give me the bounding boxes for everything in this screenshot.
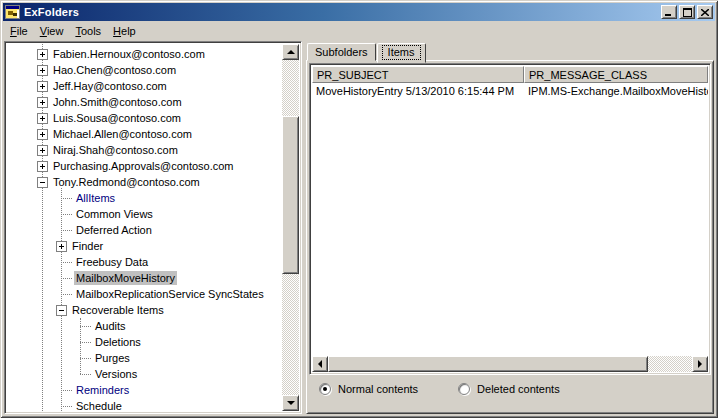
minimize-icon (665, 9, 673, 16)
tree-item-label[interactable]: Purges (93, 351, 132, 365)
scroll-left-button[interactable] (312, 356, 328, 372)
tree-item[interactable]: Deletions (7, 334, 282, 350)
collapse-minus-icon[interactable] (37, 177, 48, 188)
tree-item[interactable]: Jeff.Hay@contoso.com (7, 78, 282, 94)
minimize-button[interactable] (661, 5, 677, 19)
list-row[interactable]: MoveHistoryEntry 5/13/2010 6:15:44 PM IP… (312, 83, 708, 99)
tree-item-label[interactable]: Reminders (74, 383, 131, 397)
menu-tools[interactable]: Tools (69, 23, 107, 39)
arrow-up-icon (287, 46, 295, 54)
tree-item-label[interactable]: Freebusy Data (74, 255, 150, 269)
tree-item[interactable]: MailboxMoveHistory (7, 270, 282, 286)
tree-item-label[interactable]: Michael.Allen@contoso.com (51, 127, 194, 141)
cell-message-class: IPM.MS-Exchange.MailboxMoveHisto (524, 85, 708, 97)
tree-item[interactable]: Hao.Chen@contoso.com (7, 62, 282, 78)
tree-connector (80, 326, 91, 327)
list-horizontal-scrollbar[interactable] (312, 356, 708, 372)
maximize-button[interactable] (679, 5, 695, 19)
tree-item[interactable]: Finder (7, 238, 282, 254)
tree-connector (61, 230, 72, 231)
tree-item-label[interactable]: Luis.Sousa@contoso.com (51, 111, 183, 125)
tree-item[interactable]: Versions (7, 366, 282, 382)
tree-item[interactable]: Freebusy Data (7, 254, 282, 270)
tree-item[interactable]: Recoverable Items (7, 302, 282, 318)
tab-items[interactable]: Items (377, 43, 426, 63)
scroll-right-button[interactable] (692, 356, 708, 372)
tree-item[interactable]: Michael.Allen@contoso.com (7, 126, 282, 142)
expand-plus-icon[interactable] (37, 113, 48, 124)
title-bar[interactable]: ExFolders (3, 3, 715, 21)
tree-item-label[interactable]: John.Smith@contoso.com (51, 95, 184, 109)
exfolders-window: ExFolders File View Tools Help Fabien.He… (0, 0, 718, 418)
expand-plus-icon[interactable] (37, 161, 48, 172)
tree-item-label[interactable]: Tony.Redmond@contoso.com (51, 175, 202, 189)
tree-item[interactable]: MailboxReplicationService SyncStates (7, 286, 282, 302)
menu-file[interactable]: File (4, 23, 34, 39)
tree-item[interactable]: Niraj.Shah@contoso.com (7, 142, 282, 158)
tree-item[interactable]: Tony.Redmond@contoso.com (7, 174, 282, 190)
list-header: PR_SUBJECT PR_MESSAGE_CLASS (312, 66, 708, 83)
tree-item-label[interactable]: Deferred Action (74, 223, 154, 237)
close-button[interactable] (697, 5, 713, 19)
expand-plus-icon[interactable] (56, 241, 67, 252)
tree-item[interactable]: Fabien.Hernoux@contoso.com (7, 46, 282, 62)
collapse-minus-icon[interactable] (56, 305, 67, 316)
tree-item-label[interactable]: Common Views (74, 207, 155, 221)
app-icon (5, 4, 21, 20)
tree-item-label[interactable]: AllItems (74, 191, 117, 205)
tree-item-label[interactable]: Purchasing.Approvals@contoso.com (51, 159, 236, 173)
tree-item[interactable]: Audits (7, 318, 282, 334)
scroll-up-button[interactable] (282, 44, 299, 60)
menu-help[interactable]: Help (107, 23, 142, 39)
tree-item-label[interactable]: Deletions (93, 335, 143, 349)
expand-plus-icon[interactable] (37, 81, 48, 92)
tree-item[interactable]: Luis.Sousa@contoso.com (7, 110, 282, 126)
column-header-pr-subject[interactable]: PR_SUBJECT (312, 66, 524, 83)
tree-item-label[interactable]: Schedule (74, 399, 124, 411)
tree-item[interactable]: AllItems (7, 190, 282, 206)
tree-scrollbar-thumb[interactable] (282, 116, 299, 274)
tree-item-label[interactable]: Jeff.Hay@contoso.com (51, 79, 169, 93)
items-tab-pane: PR_SUBJECT PR_MESSAGE_CLASS MoveHistoryE… (306, 60, 714, 414)
tree-connector (61, 294, 72, 295)
column-header-pr-message-class[interactable]: PR_MESSAGE_CLASS (524, 66, 708, 83)
tree-item[interactable]: John.Smith@contoso.com (7, 94, 282, 110)
list-scrollbar-thumb[interactable] (328, 356, 648, 372)
deleted-contents-radio[interactable]: Deleted contents (458, 383, 560, 395)
folder-tree-panel: Fabien.Hernoux@contoso.comHao.Chen@conto… (4, 41, 302, 414)
tree-item[interactable]: Purchasing.Approvals@contoso.com (7, 158, 282, 174)
tree-connector (61, 262, 72, 263)
scroll-down-button[interactable] (282, 395, 299, 411)
tree-connector (80, 374, 91, 375)
tree-item-label[interactable]: Niraj.Shah@contoso.com (51, 143, 180, 157)
tree-item[interactable]: Schedule (7, 398, 282, 411)
menu-view[interactable]: View (34, 23, 70, 39)
tree-item-label[interactable]: Hao.Chen@contoso.com (51, 63, 178, 77)
radio-button-icon (319, 383, 331, 395)
expand-plus-icon[interactable] (37, 97, 48, 108)
tree-item-label[interactable]: MailboxReplicationService SyncStates (74, 287, 266, 301)
tree-item[interactable]: Common Views (7, 206, 282, 222)
expand-plus-icon[interactable] (37, 49, 48, 60)
folder-tree: Fabien.Hernoux@contoso.comHao.Chen@conto… (7, 44, 282, 411)
tree-connector (61, 198, 72, 199)
expand-plus-icon[interactable] (37, 129, 48, 140)
tree-item-label[interactable]: Recoverable Items (70, 303, 166, 317)
close-icon (701, 9, 709, 16)
tree-connector (61, 278, 72, 279)
tree-item[interactable]: Reminders (7, 382, 282, 398)
tree-item-label[interactable]: Versions (93, 367, 139, 381)
tab-subfolders[interactable]: Subfolders (307, 43, 376, 61)
normal-contents-radio[interactable]: Normal contents (319, 383, 418, 395)
tree-item-label[interactable]: MailboxMoveHistory (74, 271, 177, 285)
tree-item-label[interactable]: Audits (93, 319, 128, 333)
tree-item-label[interactable]: Fabien.Hernoux@contoso.com (51, 47, 207, 61)
tree-item-label[interactable]: Finder (70, 239, 105, 253)
arrow-left-icon (314, 360, 322, 368)
tree-item[interactable]: Deferred Action (7, 222, 282, 238)
tree-connector (80, 358, 91, 359)
tree-vertical-scrollbar[interactable] (282, 44, 299, 411)
tree-item[interactable]: Purges (7, 350, 282, 366)
expand-plus-icon[interactable] (37, 145, 48, 156)
expand-plus-icon[interactable] (37, 65, 48, 76)
